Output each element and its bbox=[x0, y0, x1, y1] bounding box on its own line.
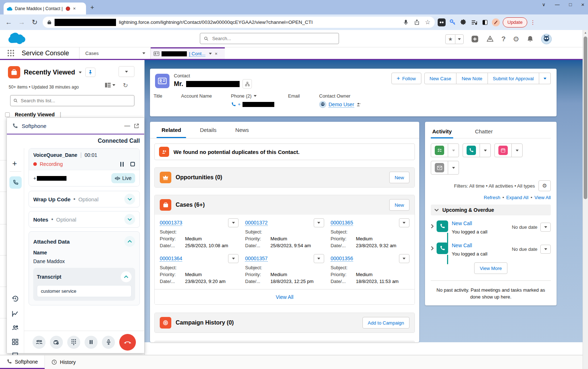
new-tab-button[interactable]: + bbox=[90, 4, 94, 11]
help-icon[interactable]: ? bbox=[501, 35, 506, 43]
favorite-star-icon[interactable]: ★ bbox=[446, 35, 455, 44]
apps-grid-icon[interactable] bbox=[12, 338, 19, 346]
task-dropdown[interactable] bbox=[448, 144, 459, 157]
stop-recording-icon[interactable] bbox=[130, 162, 135, 167]
nav-tab-contact[interactable]: | Cont... × bbox=[151, 47, 225, 59]
activity-dropdown[interactable] bbox=[540, 223, 551, 232]
tab-activity[interactable]: Activity bbox=[431, 128, 453, 138]
follow-button[interactable]: +Follow bbox=[391, 73, 421, 84]
case-number-link[interactable]: 00001364 bbox=[160, 256, 182, 262]
hold-call-icon[interactable] bbox=[85, 336, 98, 349]
tab-close-icon[interactable]: × bbox=[215, 51, 218, 56]
agents-icon[interactable] bbox=[12, 324, 19, 331]
collapse-chevron-icon[interactable] bbox=[124, 236, 135, 247]
next-section-header[interactable] bbox=[155, 341, 415, 342]
hierarchy-icon[interactable] bbox=[243, 79, 252, 89]
window-minimize-icon[interactable]: — bbox=[555, 2, 559, 7]
tab-chatter[interactable]: Chatter bbox=[473, 128, 494, 138]
case-number-link[interactable]: 00001357 bbox=[245, 256, 267, 262]
new-note-button[interactable]: New Note bbox=[456, 73, 488, 84]
transfer-call-icon[interactable] bbox=[33, 336, 46, 349]
setup-gear-icon[interactable]: ⚙ bbox=[513, 35, 519, 43]
case-row-dropdown[interactable] bbox=[399, 218, 409, 227]
tab-details[interactable]: Details bbox=[190, 122, 226, 138]
campaign-header[interactable]: Campaign History (0) Add to Campaign bbox=[155, 313, 415, 332]
tab-related[interactable]: Related bbox=[152, 122, 190, 138]
expand-chevron-icon[interactable] bbox=[431, 246, 434, 250]
notes-section[interactable]: Notes • Optional bbox=[29, 211, 140, 228]
browser-menu-icon[interactable]: ⋮ bbox=[530, 19, 536, 26]
utility-history-tab[interactable]: History bbox=[45, 355, 82, 369]
new-opportunity-button[interactable]: New bbox=[389, 172, 409, 183]
list-search[interactable] bbox=[10, 95, 134, 106]
nav-tab-cases[interactable]: Cases bbox=[80, 47, 137, 59]
back-button[interactable]: ← bbox=[4, 18, 14, 26]
tab-news[interactable]: News bbox=[226, 122, 258, 138]
extension-key-icon[interactable] bbox=[448, 18, 456, 26]
case-number-link[interactable]: 00001373 bbox=[160, 220, 182, 226]
address-bar[interactable]: lightning.force.com/lightning/r/Contact/… bbox=[43, 17, 435, 28]
log-call-dropdown[interactable] bbox=[480, 144, 490, 157]
case-number-link[interactable]: 00001372 bbox=[245, 220, 267, 226]
opportunities-header[interactable]: Opportunities (0) New bbox=[155, 168, 415, 187]
submit-for-approval-button[interactable]: Submit for Approval bbox=[488, 73, 539, 84]
app-launcher-waffle-icon[interactable] bbox=[0, 47, 22, 59]
activity-settings-gear-icon[interactable]: ⚙ bbox=[538, 180, 551, 191]
case-number-link[interactable]: 00001365 bbox=[331, 220, 353, 226]
update-button[interactable]: Update bbox=[503, 17, 527, 27]
owner-link[interactable]: Demo User bbox=[329, 102, 354, 108]
popout-icon[interactable] bbox=[134, 123, 139, 129]
expand-chevron-icon[interactable] bbox=[431, 224, 434, 228]
forward-button[interactable]: → bbox=[17, 18, 27, 26]
minimize-icon[interactable]: — bbox=[124, 123, 130, 129]
global-search-input[interactable] bbox=[211, 35, 335, 42]
case-row-dropdown[interactable] bbox=[314, 254, 324, 263]
list-search-input[interactable] bbox=[20, 98, 131, 104]
tab-close-icon[interactable]: × bbox=[73, 6, 76, 11]
bookmark-star-icon[interactable]: ☆ bbox=[425, 18, 430, 26]
refresh-list-icon[interactable]: ↻ bbox=[123, 82, 128, 89]
profile-avatar[interactable] bbox=[492, 18, 500, 26]
pin-icon[interactable] bbox=[85, 68, 95, 77]
global-actions-icon[interactable] bbox=[471, 35, 479, 43]
window-maximize-icon[interactable]: □ bbox=[569, 2, 572, 7]
analytics-icon[interactable] bbox=[12, 310, 19, 318]
expand-chevron-icon[interactable] bbox=[124, 214, 135, 225]
cases-view-all-link[interactable]: View All bbox=[276, 294, 293, 300]
share-icon[interactable] bbox=[414, 19, 420, 25]
change-owner-icon[interactable] bbox=[356, 102, 361, 107]
pause-recording-icon[interactable] bbox=[120, 162, 124, 167]
user-avatar[interactable] bbox=[541, 34, 552, 44]
email-dropdown[interactable] bbox=[448, 161, 459, 174]
display-settings-icon[interactable] bbox=[105, 82, 115, 88]
case-number-link[interactable]: 00001356 bbox=[331, 256, 353, 262]
cases-tab-chevron-icon[interactable] bbox=[137, 47, 150, 59]
window-close-icon[interactable]: × bbox=[581, 1, 584, 8]
view-all-link[interactable]: View All bbox=[535, 195, 551, 200]
row-checkbox[interactable] bbox=[5, 112, 10, 117]
contrast-extension-icon[interactable] bbox=[481, 18, 489, 26]
dialpad-icon[interactable] bbox=[67, 336, 80, 349]
end-call-button[interactable] bbox=[119, 334, 136, 351]
favorites-button[interactable]: ★ bbox=[445, 34, 464, 44]
utility-softphone-tab[interactable]: Softphone bbox=[0, 355, 45, 369]
rail-phone-icon[interactable] bbox=[9, 176, 22, 189]
list-view-selector-icon[interactable] bbox=[79, 72, 82, 73]
page-scrollbar[interactable]: ▲ bbox=[583, 30, 588, 369]
favorites-dropdown[interactable] bbox=[455, 35, 463, 44]
collapse-chevron-icon[interactable] bbox=[121, 271, 132, 282]
transcript-value[interactable]: customer service bbox=[37, 285, 132, 297]
refresh-link[interactable]: Refresh bbox=[484, 195, 501, 200]
expand-chevron-icon[interactable] bbox=[124, 194, 135, 205]
browser-tab[interactable]: Dane Maddox | Contact | Sal × bbox=[4, 3, 86, 14]
reload-button[interactable]: ↻ bbox=[30, 18, 40, 26]
case-row-dropdown[interactable] bbox=[228, 218, 239, 227]
scrollbar-thumb[interactable] bbox=[584, 37, 587, 199]
add-to-campaign-button[interactable]: Add to Campaign bbox=[362, 317, 409, 329]
more-actions-dropdown[interactable] bbox=[539, 73, 551, 84]
guidance-center-icon[interactable] bbox=[486, 35, 494, 43]
activity-title-link[interactable]: New Call bbox=[452, 243, 512, 248]
case-row-dropdown[interactable] bbox=[314, 218, 324, 227]
history-icon[interactable] bbox=[12, 295, 19, 303]
cases-header[interactable]: Cases (6+) New bbox=[155, 195, 415, 215]
